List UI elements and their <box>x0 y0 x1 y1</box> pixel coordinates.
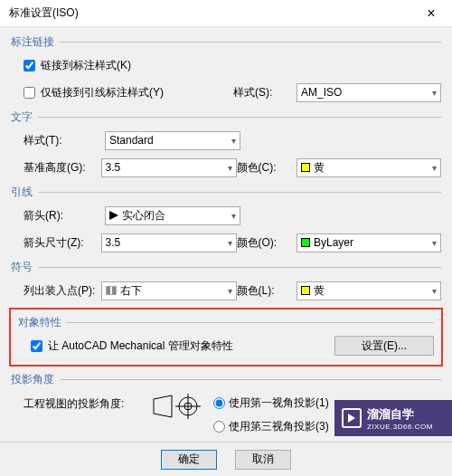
row-link-chk2: 仅链接到引线标注样式(Y) 样式(S): AM_ISO <box>11 82 441 102</box>
symbol-color-label: 颜色(L): <box>237 283 297 299</box>
row-text-style: 样式(T): Standard <box>11 130 441 150</box>
row-link-chk1: 链接到标注样式(K) <box>11 55 441 75</box>
row-objprops: 让 AutoCAD Mechanical 管理对象特性 设置(E)... <box>18 336 434 356</box>
text-height-label: 基准高度(G): <box>24 160 101 176</box>
text-color-select[interactable]: 黄 <box>297 158 441 177</box>
projection-icon <box>150 393 204 420</box>
yellow-swatch-icon <box>301 286 310 295</box>
arrow-size-label: 箭头尺寸(Z): <box>24 235 101 251</box>
section-title-objprops: 对象特性 <box>18 315 434 330</box>
footer: 确定 取消 <box>0 442 452 476</box>
insert-point-label: 列出装入点(P): <box>24 283 101 299</box>
section-title-text: 文字 <box>11 109 441 125</box>
settings-button[interactable]: 设置(E)... <box>334 336 434 356</box>
section-title-projection: 投影角度 <box>11 372 441 387</box>
link-leader-only-checkbox[interactable] <box>24 87 35 99</box>
row-arrow: 箭头(R): 实心闭合 <box>11 205 441 225</box>
leader-color-label: 颜色(O): <box>237 235 297 251</box>
section-leader: 引线 箭头(R): 实心闭合 箭头尺寸(Z): 3.5 颜色(O): ByLay… <box>11 185 441 252</box>
style-label: 样式(S): <box>233 85 297 100</box>
row-arrow-size: 箭头尺寸(Z): 3.5 颜色(O): ByLayer <box>11 233 441 252</box>
grid-icon <box>106 286 117 295</box>
green-swatch-icon <box>301 238 310 247</box>
window-title: 标准设置(ISO) <box>9 5 79 21</box>
symbol-color-select[interactable]: 黄 <box>297 281 441 300</box>
link-to-dimstyle-label: 链接到标注样式(K) <box>41 58 131 73</box>
section-title-link: 标注链接 <box>11 34 441 50</box>
first-angle-label: 使用第一视角投影(1) <box>229 395 329 411</box>
section-object-props: 对象特性 让 AutoCAD Mechanical 管理对象特性 设置(E)..… <box>9 308 443 367</box>
arrow-label: 箭头(R): <box>24 208 105 224</box>
arrow-size-select[interactable]: 3.5 <box>101 233 237 252</box>
text-style-label: 样式(T): <box>24 133 105 148</box>
style-select[interactable]: AM_ISO <box>297 83 441 102</box>
watermark-title: 溜溜自学 <box>367 406 433 423</box>
play-icon <box>342 408 362 428</box>
text-height-select[interactable]: 3.5 <box>101 158 237 177</box>
third-angle-label: 使用第三视角投影(3) <box>229 419 329 434</box>
section-link: 标注链接 链接到标注样式(K) 仅链接到引线标注样式(Y) 样式(S): AM_… <box>11 34 441 102</box>
svg-marker-0 <box>154 395 172 417</box>
watermark-url: ZIXUE.3D66.COM <box>367 423 433 431</box>
first-angle-radio[interactable] <box>213 397 225 409</box>
text-style-select[interactable]: Standard <box>105 131 240 150</box>
section-text: 文字 样式(T): Standard 基准高度(G): 3.5 颜色(C): 黄 <box>11 109 441 177</box>
section-symbol: 符号 列出装入点(P): 右下 颜色(L): 黄 <box>11 260 441 300</box>
link-leader-only-label: 仅链接到引线标注样式(Y) <box>41 85 164 100</box>
arrow-icon <box>109 211 118 220</box>
close-icon[interactable]: × <box>418 0 445 27</box>
row-insert-point: 列出装入点(P): 右下 颜色(L): 黄 <box>11 281 441 300</box>
ok-button[interactable]: 确定 <box>161 450 217 470</box>
insert-point-select[interactable]: 右下 <box>101 281 237 300</box>
link-to-dimstyle-checkbox[interactable] <box>24 60 35 71</box>
yellow-swatch-icon <box>301 163 310 172</box>
projection-options: 使用第一视角投影(1) 使用第三视角投影(3) <box>213 393 329 436</box>
watermark: 溜溜自学 ZIXUE.3D66.COM <box>334 400 452 436</box>
cancel-button[interactable]: 取消 <box>235 450 291 470</box>
section-title-symbol: 符号 <box>11 260 441 275</box>
projection-label: 工程视图的投影角度: <box>24 393 141 412</box>
manage-objprops-checkbox[interactable] <box>31 340 42 352</box>
row-text-height: 基准高度(G): 3.5 颜色(C): 黄 <box>11 157 441 177</box>
leader-color-select[interactable]: ByLayer <box>297 233 441 252</box>
dialog-body: 标注链接 链接到标注样式(K) 仅链接到引线标注样式(Y) 样式(S): AM_… <box>0 27 452 436</box>
text-color-label: 颜色(C): <box>237 160 297 176</box>
manage-objprops-label: 让 AutoCAD Mechanical 管理对象特性 <box>48 338 233 354</box>
section-title-leader: 引线 <box>11 185 441 200</box>
titlebar: 标准设置(ISO) × <box>0 0 452 27</box>
third-angle-radio[interactable] <box>213 421 225 433</box>
arrow-select[interactable]: 实心闭合 <box>105 206 240 225</box>
